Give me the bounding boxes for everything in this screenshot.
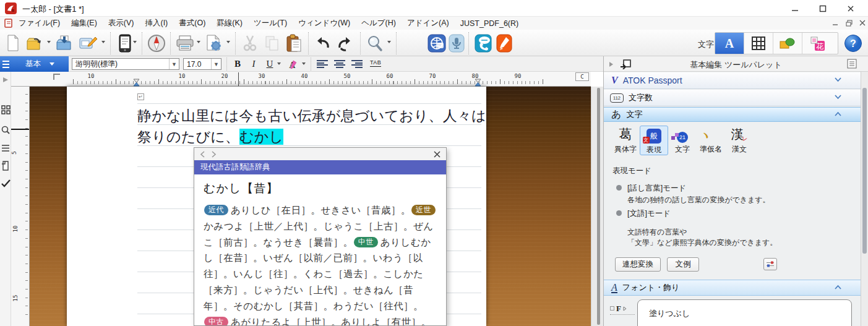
save-button[interactable] <box>54 33 74 53</box>
marker-pen-button[interactable] <box>494 33 514 53</box>
menu-tools[interactable]: ツール(T) <box>248 17 293 30</box>
tool-kanbun[interactable]: 漢 レ 漢文 <box>725 126 754 155</box>
tool-hyogen[interactable]: 般 文 表現 <box>640 126 668 155</box>
menu-help[interactable]: ヘルプ(H) <box>356 17 402 30</box>
save-as-button[interactable] <box>78 33 98 53</box>
paste-button[interactable] <box>285 33 304 53</box>
voice-input-button[interactable] <box>447 33 466 53</box>
align-right-button[interactable] <box>351 60 363 68</box>
section-font-decoration[interactable]: A フォント・飾り <box>604 280 861 296</box>
doc-close-button[interactable] <box>856 18 868 28</box>
section-atok-passport[interactable]: V ATOK Passport <box>604 72 861 89</box>
tool-junkana[interactable]: ヽ ゞ 準仮名 <box>697 126 725 155</box>
layout-grid-icon[interactable] <box>0 105 11 114</box>
vertical-ruler[interactable]: 5 10 15 <box>11 87 30 326</box>
tool-moji[interactable]: 21 文字 <box>668 126 697 155</box>
italic-button[interactable]: I <box>246 58 261 71</box>
doc-restore-button[interactable] <box>843 18 855 28</box>
menu-insert[interactable]: 挿入(I) <box>139 17 173 30</box>
menu-view[interactable]: 表示(V) <box>103 17 140 30</box>
horizontal-ruler[interactable]: 10 10 20 30 40 50 60 70 80 90 C <box>11 72 591 87</box>
zoom-dropdown[interactable] <box>387 41 391 43</box>
document-line-1[interactable]: 静かな山里には今も古い伝承が息づいており、人々は <box>137 107 488 125</box>
page-clip-icon[interactable] <box>0 161 11 171</box>
addon-puzzle-button[interactable] <box>427 33 447 53</box>
new-document-button[interactable] <box>3 33 23 53</box>
align-left-button[interactable] <box>317 60 328 68</box>
print-button[interactable] <box>175 33 195 53</box>
document-scrollbar[interactable] <box>591 87 603 326</box>
support-chat-button[interactable] <box>473 33 493 53</box>
help-button[interactable]: ? <box>843 33 863 53</box>
section-moji[interactable]: あ 文字 <box>604 107 861 122</box>
underline-dropdown[interactable] <box>277 62 281 65</box>
left-margin-marker[interactable] <box>133 79 140 87</box>
play-marker-icon[interactable] <box>0 77 11 83</box>
association-convert-button[interactable]: 連想変換 <box>615 257 661 272</box>
menu-addin[interactable]: アドイン(A) <box>402 17 455 30</box>
check-icon[interactable] <box>0 179 11 187</box>
menu-border[interactable]: 罫線(K) <box>211 17 248 30</box>
section-char-count[interactable]: 112 文字数 <box>604 90 861 106</box>
redo-button[interactable] <box>335 33 355 53</box>
junkana-icon: ヽ ゞ <box>697 126 725 143</box>
bold-button[interactable]: B <box>230 58 245 71</box>
menu-window[interactable]: ウィンドウ(W) <box>293 17 356 30</box>
font-family-select[interactable]: 游明朝(標準) ▼ <box>72 58 179 70</box>
open-dropdown[interactable] <box>47 41 51 43</box>
font-mini-control[interactable]: F <box>610 302 635 315</box>
close-popup-icon[interactable] <box>434 151 440 158</box>
palette-menu-icon[interactable] <box>0 56 11 72</box>
font-color-button[interactable]: A <box>285 58 299 71</box>
tool-itaiji[interactable]: 葛 異体字 <box>611 126 640 155</box>
menu-edit[interactable]: 編集(E) <box>66 17 103 30</box>
navigation-compass-button[interactable] <box>147 33 166 53</box>
doc-minimize-button[interactable] <box>829 18 841 28</box>
scrollbar-thumb[interactable] <box>597 88 600 325</box>
zoom-button[interactable] <box>365 33 385 53</box>
menu-format[interactable]: 書式(O) <box>173 17 211 30</box>
style-selector[interactable]: 基本 <box>11 56 69 72</box>
ruler-unit-button[interactable]: C <box>575 72 589 81</box>
underline-button[interactable]: U <box>262 58 277 71</box>
style-name: 基本 <box>25 59 41 69</box>
save-as-dropdown[interactable] <box>101 41 105 43</box>
menu-file[interactable]: ファイル(F) <box>13 17 66 30</box>
next-entry-icon[interactable] <box>211 151 217 158</box>
tab-button[interactable]: TAB <box>370 59 381 67</box>
maximize-button[interactable] <box>812 2 833 14</box>
print-settings-button[interactable] <box>204 33 224 53</box>
document-line-2[interactable]: 祭りのたびに、むかし <box>137 128 488 146</box>
open-file-button[interactable] <box>25 33 45 53</box>
viewer-dropdown[interactable] <box>133 41 137 43</box>
print-settings-dropdown[interactable] <box>226 41 230 43</box>
highlighted-text[interactable]: むかし <box>239 129 283 145</box>
menu-just-pdf[interactable]: JUST_PDF_6(R) <box>455 18 524 29</box>
right-margin-marker[interactable] <box>475 79 481 87</box>
viewer-button[interactable] <box>115 33 135 53</box>
print-dropdown[interactable] <box>197 41 200 43</box>
palette-scrollbar[interactable] <box>861 72 868 326</box>
settings-sliders-button[interactable] <box>763 258 777 270</box>
font-color-dropdown[interactable] <box>302 62 306 65</box>
text-mode-button[interactable]: A <box>715 33 744 54</box>
cut-button[interactable] <box>240 33 260 53</box>
shapes-mode-button[interactable] <box>773 33 802 54</box>
outline-list-icon[interactable] <box>0 144 11 152</box>
document-control-icon[interactable] <box>4 19 13 28</box>
hanako-app-button[interactable]: 花 <box>802 33 831 54</box>
copy-button[interactable] <box>262 33 282 53</box>
example-button[interactable]: 文例 <box>667 257 699 272</box>
scrollbar-thumb[interactable] <box>862 88 867 254</box>
table-mode-button[interactable] <box>744 33 773 54</box>
align-center-button[interactable] <box>334 60 345 68</box>
close-button[interactable] <box>840 2 861 14</box>
prev-entry-icon[interactable] <box>200 151 205 158</box>
undo-button[interactable] <box>313 33 333 53</box>
search-icon[interactable] <box>0 126 11 134</box>
fill-setting-box[interactable]: 塗りつぶし <box>637 299 852 326</box>
minimize-button[interactable] <box>784 2 806 14</box>
dictionary-popup: 現代語古語類語辞典 むかし【昔】 近代ありしひ［在日］。せきさい［昔歳］。近世か… <box>194 147 447 326</box>
font-size-select[interactable]: 17.0 ▼ <box>183 58 221 70</box>
palette-list-icon[interactable] <box>847 59 857 69</box>
